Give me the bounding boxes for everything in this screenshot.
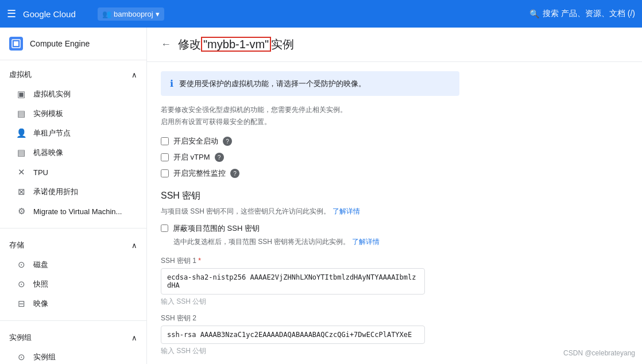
sidebar-item-machine-images[interactable]: ▤ 机器映像	[0, 143, 146, 162]
vtpm-help-icon[interactable]: ?	[215, 153, 224, 162]
hamburger-menu-icon[interactable]: ☰	[7, 7, 16, 20]
sidebar-item-snapshots[interactable]: ⊙ 快照	[0, 274, 146, 294]
ssh-learn-more-link[interactable]: 了解详情	[332, 207, 360, 215]
security-checkboxes: 开启安全启动 ? 开启 vTPM ? 开启完整性监控 ?	[161, 136, 628, 179]
sidebar-item-disks[interactable]: ⊙ 磁盘	[0, 255, 146, 274]
integrity-checkbox-item: 开启完整性监控 ?	[161, 168, 628, 179]
sidebar-item-instance-templates[interactable]: ▤ 实例模板	[0, 104, 146, 123]
main-layout: Compute Engine 虚拟机 ∧ ▣ 虚拟机实例 ▤ 实例模板 👤 单租…	[0, 28, 642, 364]
sidebar-item-tpu[interactable]: ✕ TPU	[0, 162, 146, 182]
tpu-icon: ✕	[16, 167, 26, 177]
sidebar-section-vm: 虚拟机 ∧ ▣ 虚拟机实例 ▤ 实例模板 👤 单租户节点 ▤ 机器映像 ✕ TP…	[0, 60, 146, 226]
ssh-key-2-placeholder: 输入 SSH 公钥	[161, 346, 628, 356]
secure-boot-help-icon[interactable]: ?	[223, 137, 232, 146]
shield-ssh-label: 屏蔽项目范围的 SSH 密钥	[173, 223, 260, 234]
svg-rect-2	[14, 41, 18, 46]
sidebar: Compute Engine 虚拟机 ∧ ▣ 虚拟机实例 ▤ 实例模板 👤 单租…	[0, 28, 147, 364]
instance-templates-label: 实例模板	[33, 109, 63, 119]
compute-engine-icon	[9, 37, 23, 51]
shield-ssh-checkbox[interactable]	[161, 224, 168, 232]
sidebar-section-instance-groups: 实例组 ∧ ⊙ 实例组	[0, 323, 146, 364]
sidebar-item-vm-instances[interactable]: ▣ 虚拟机实例	[0, 84, 146, 104]
compute-icon-svg	[11, 38, 21, 49]
project-dropdown-icon: ▾	[156, 10, 160, 18]
search-bar[interactable]: 🔍 搜索 产品、资源、文档 (/)	[529, 9, 635, 19]
top-navigation: ☰ Google Cloud 👥 bambooproj ▾ 🔍 搜索 产品、资源…	[0, 0, 642, 28]
page-title: 修改"mybb-1-vm"实例	[178, 37, 294, 52]
images-icon: ⊟	[16, 299, 26, 309]
ssh-key-1-input[interactable]: ecdsa-sha2-nistp256 AAAAE2VjZHNhLXNoYTIt…	[161, 268, 425, 295]
main-content: ← 修改"mybb-1-vm"实例 ℹ 要使用受保护的虚拟机功能，请选择一个受防…	[147, 28, 642, 364]
sidebar-divider-1	[0, 228, 146, 229]
sidebar-divider-2	[0, 320, 146, 321]
ssh-key-1-label: SSH 密钥 1 *	[161, 256, 628, 266]
service-name-label: Compute Engine	[30, 39, 90, 48]
migrate-label: Migrate to Virtual Machin...	[33, 207, 122, 216]
ssh-key-2-group: SSH 密钥 2 ssh-rsa AAAAB3NzaC1yc2EAAAADAQA…	[161, 313, 628, 356]
vtpm-label: 开启 vTPM	[173, 152, 210, 162]
snapshots-label: 快照	[33, 279, 48, 289]
vm-instances-label: 虚拟机实例	[33, 89, 71, 99]
vtpm-checkbox-item: 开启 vTPM ?	[161, 152, 628, 162]
project-name: bambooproj	[114, 10, 153, 18]
sole-tenant-label: 单租户节点	[33, 128, 71, 138]
search-label: 搜索 产品、资源、文档 (/)	[543, 9, 635, 19]
info-banner-text: 要使用受保护的虚拟机功能，请选择一个受防护的映像。	[179, 79, 366, 89]
search-icon: 🔍	[529, 9, 539, 18]
security-notice: 若要修改安全强化型虚拟机的功能，您需要先停止相关实例。 启用所有设置可获得最安全…	[161, 105, 628, 127]
security-notice-line1: 若要修改安全强化型虚拟机的功能，您需要先停止相关实例。	[161, 105, 628, 115]
info-icon: ℹ	[170, 78, 173, 89]
shield-sub-text: 选中此复选框后，项目范围 SSH 密钥将无法访问此实例。 了解详情	[173, 237, 628, 247]
integrity-help-icon[interactable]: ?	[230, 169, 239, 178]
title-prefix: 修改	[178, 38, 201, 51]
instance-groups-icon: ⊙	[16, 352, 26, 362]
integrity-label: 开启完整性监控	[173, 168, 226, 179]
shield-section: 屏蔽项目范围的 SSH 密钥 选中此复选框后，项目范围 SSH 密钥将无法访问此…	[161, 223, 628, 247]
sidebar-item-discounts[interactable]: ⊠ 承诺使用折扣	[0, 182, 146, 202]
security-notice-line2: 启用所有设置可获得最安全的配置。	[161, 117, 628, 127]
sidebar-section-storage-header[interactable]: 存储 ∧	[0, 235, 146, 255]
instance-templates-icon: ▤	[16, 109, 26, 119]
ssh-key-2-label: SSH 密钥 2	[161, 313, 628, 323]
migrate-icon: ⚙	[16, 206, 26, 216]
sidebar-item-sole-tenant[interactable]: 👤 单租户节点	[0, 123, 146, 143]
machine-images-icon: ▤	[16, 148, 26, 158]
ssh-section-title: SSH 密钥	[161, 190, 628, 202]
secure-boot-checkbox[interactable]	[161, 137, 169, 145]
sidebar-item-migrate[interactable]: ⚙ Migrate to Virtual Machin...	[0, 202, 146, 221]
discounts-icon: ⊠	[16, 187, 26, 197]
info-banner: ℹ 要使用受保护的虚拟机功能，请选择一个受防护的映像。	[161, 71, 459, 96]
disks-icon: ⊙	[16, 260, 26, 270]
ssh-key-1-required: *	[198, 257, 201, 265]
google-cloud-logo-svg: Google Cloud	[23, 7, 86, 20]
sidebar-section-groups-header[interactable]: 实例组 ∧	[0, 328, 146, 347]
ssh-section-desc: 与项目级 SSH 密钥不同，这些密钥只允许访问此实例。 了解详情	[161, 207, 628, 216]
vm-instances-icon: ▣	[16, 89, 26, 99]
sidebar-item-images[interactable]: ⊟ 映像	[0, 294, 146, 313]
discounts-label: 承诺使用折扣	[33, 187, 78, 197]
sidebar-section-storage: 存储 ∧ ⊙ 磁盘 ⊙ 快照 ⊟ 映像	[0, 231, 146, 318]
vtpm-checkbox[interactable]	[161, 153, 169, 161]
snapshots-icon: ⊙	[16, 279, 26, 289]
storage-section-label: 存储	[9, 240, 24, 250]
watermark: CSDN @celebrateyang	[563, 349, 635, 357]
ssh-key-2-input[interactable]: ssh-rsa AAAAB3NzaC1yc2EAAAADAQABAAABAQCz…	[161, 326, 425, 344]
content-area: ℹ 要使用受保护的虚拟机功能，请选择一个受防护的映像。 若要修改安全强化型虚拟机…	[147, 62, 642, 364]
shield-learn-more-link[interactable]: 了解详情	[352, 238, 380, 246]
instance-groups-label: 实例组	[33, 352, 56, 362]
secure-boot-label: 开启安全启动	[173, 136, 218, 146]
disks-label: 磁盘	[33, 260, 48, 270]
title-suffix: 实例	[271, 38, 294, 51]
vm-section-label: 虚拟机	[9, 69, 32, 80]
title-highlight: "mybb-1-vm"	[201, 37, 271, 52]
sidebar-section-vm-header[interactable]: 虚拟机 ∧	[0, 65, 146, 84]
project-selector[interactable]: 👥 bambooproj ▾	[98, 7, 164, 21]
sidebar-item-instance-groups[interactable]: ⊙ 实例组	[0, 347, 146, 364]
machine-images-label: 机器映像	[33, 148, 63, 158]
groups-section-label: 实例组	[9, 332, 32, 343]
ssh-key-1-placeholder: 输入 SSH 公钥	[161, 297, 628, 307]
project-icon: 👥	[102, 10, 111, 18]
back-button[interactable]: ←	[161, 38, 171, 51]
integrity-checkbox[interactable]	[161, 169, 169, 177]
ssh-desc-text: 与项目级 SSH 密钥不同，这些密钥只允许访问此实例。	[161, 207, 330, 215]
